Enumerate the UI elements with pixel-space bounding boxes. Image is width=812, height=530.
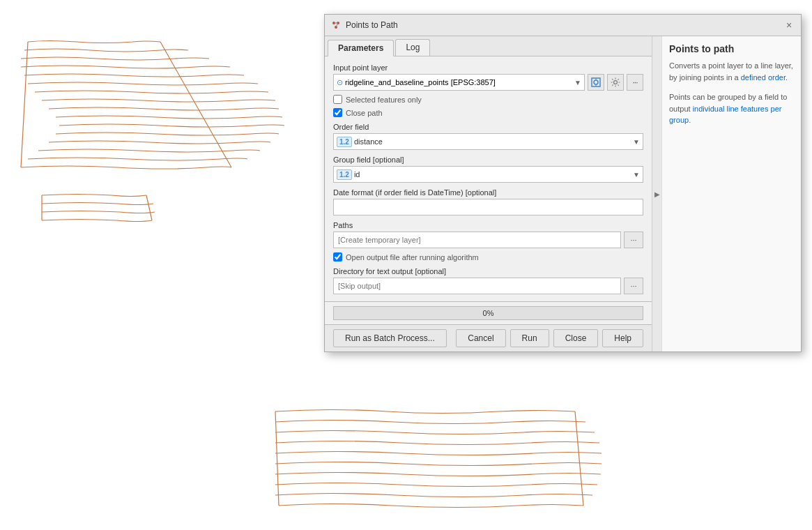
directory-row: ···: [333, 278, 643, 294]
input-layer-row: ⊙ ridgeline_and_baseline_points [EPSG:38…: [333, 74, 643, 91]
dialog-titlebar: Points to Path ×: [325, 15, 801, 36]
combo-arrow-icon: ▼: [574, 79, 581, 86]
open-output-label[interactable]: Open output file after running algorithm: [346, 253, 479, 262]
directory-browse-icon: ···: [630, 282, 636, 290]
progress-bar-container: 0%: [333, 306, 643, 320]
paths-label: Paths: [333, 221, 643, 229]
close-path-label[interactable]: Close path: [346, 109, 383, 117]
close-dialog-button[interactable]: Close: [553, 329, 599, 347]
selected-features-label[interactable]: Selected features only: [346, 96, 422, 104]
directory-browse-button[interactable]: ···: [624, 278, 643, 294]
dialog-footer: Run as Batch Process... Cancel Run Close…: [325, 324, 652, 351]
expand-panel-arrow[interactable]: ▶: [652, 36, 661, 351]
group-field-value: id: [354, 170, 630, 179]
run-button[interactable]: Run: [510, 329, 549, 347]
input-layer-label: Input point layer: [333, 63, 643, 72]
group-field-label: Group field [optional]: [333, 156, 643, 164]
close-path-row: Close path: [333, 108, 643, 117]
group-combo-arrow-icon: ▼: [633, 171, 640, 179]
selected-features-checkbox[interactable]: [333, 95, 342, 104]
cancel-button[interactable]: Cancel: [456, 329, 505, 347]
browse-icon: ···: [630, 236, 636, 244]
order-field-label: Order field: [333, 123, 643, 131]
help-button[interactable]: Help: [602, 329, 643, 347]
layer-icon: ⊙: [337, 78, 343, 87]
settings-button[interactable]: [607, 74, 624, 91]
help-link-1[interactable]: defined order: [741, 73, 786, 82]
order-combo-arrow-icon: ▼: [633, 138, 640, 146]
open-output-checkbox[interactable]: [333, 252, 342, 262]
directory-input[interactable]: [333, 278, 621, 294]
paths-input[interactable]: [333, 232, 621, 248]
help-text-2: Points can be grouped by a field to outp…: [669, 91, 794, 126]
points-to-path-dialog: Points to Path × Parameters Log Input po…: [324, 14, 802, 352]
settings-icon: [611, 77, 620, 87]
tab-parameters[interactable]: Parameters: [328, 40, 394, 56]
open-output-row: Open output file after running algorithm: [333, 252, 643, 262]
more-options-button[interactable]: ···: [627, 74, 643, 91]
date-format-label: Date format (if order field is DateTime)…: [333, 188, 643, 197]
paths-browse-button[interactable]: ···: [624, 232, 643, 248]
help-text-1: Converts a point layer to a line layer, …: [669, 60, 794, 83]
input-layer-combo[interactable]: ⊙ ridgeline_and_baseline_points [EPSG:38…: [333, 74, 585, 91]
group-field-combo[interactable]: 1.2 id ▼: [333, 166, 643, 183]
run-batch-button[interactable]: Run as Batch Process...: [333, 329, 447, 347]
close-button[interactable]: ×: [783, 19, 795, 31]
dialog-title: Points to Path: [346, 20, 783, 30]
paths-row: ···: [333, 232, 643, 248]
parameters-content: Input point layer ⊙ ridgeline_and_baseli…: [325, 56, 652, 301]
select-from-map-button[interactable]: [588, 74, 604, 91]
dialog-left-panel: Parameters Log Input point layer ⊙ ridge…: [325, 36, 652, 351]
selected-features-row: Selected features only: [333, 95, 643, 104]
ellipsis-icon: ···: [632, 77, 637, 87]
input-layer-value: ridgeline_and_baseline_points [EPSG:3857…: [345, 78, 572, 86]
order-field-row: 1.2 distance ▼: [333, 133, 643, 150]
progress-label: 0%: [483, 309, 494, 317]
order-numeric-icon: 1.2: [337, 137, 352, 147]
dialog-body: Parameters Log Input point layer ⊙ ridge…: [325, 36, 801, 351]
svg-point-6: [594, 80, 598, 84]
date-format-input[interactable]: [333, 199, 643, 215]
dialog-icon: [330, 20, 342, 31]
order-field-combo[interactable]: 1.2 distance ▼: [333, 133, 643, 150]
group-field-row: 1.2 id ▼: [333, 166, 643, 183]
tab-log[interactable]: Log: [395, 39, 430, 56]
footer-left: Run as Batch Process...: [333, 329, 452, 347]
progress-area: 0%: [325, 301, 652, 324]
directory-label: Directory for text output [optional]: [333, 267, 643, 275]
select-map-icon: [591, 77, 601, 87]
svg-point-9: [614, 81, 618, 84]
help-link-2[interactable]: individual line features per group: [669, 105, 781, 125]
help-title: Points to path: [669, 43, 794, 54]
tab-bar: Parameters Log: [325, 36, 652, 56]
order-field-value: distance: [354, 137, 630, 146]
group-numeric-icon: 1.2: [337, 169, 352, 180]
help-panel: Points to path Converts a point layer to…: [661, 36, 801, 351]
arrow-icon: ▶: [654, 190, 660, 198]
close-path-checkbox[interactable]: [333, 108, 342, 117]
